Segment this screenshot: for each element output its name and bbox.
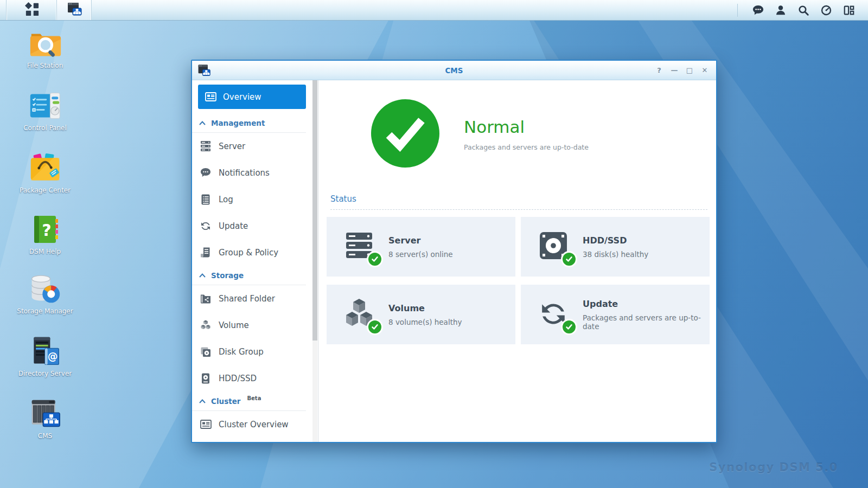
sidebar-section-storage[interactable]: Storage xyxy=(192,266,306,285)
sidebar-item-label: HDD/SSD xyxy=(219,374,257,383)
minimize-button[interactable]: — xyxy=(668,65,680,76)
status-card-update[interactable]: Update Packages and servers are up-to-da… xyxy=(521,285,710,344)
sidebar-section-management[interactable]: Management xyxy=(192,113,306,133)
desktop-icon-label: CMS xyxy=(12,432,78,440)
synology-dsm-watermark: Synology DSM 5.0 xyxy=(709,461,838,474)
desktop-icon-storage-manager[interactable]: Storage Manager xyxy=(12,273,78,316)
sidebar-scrollbar[interactable] xyxy=(312,80,317,442)
sidebar-item-notifications[interactable]: Notifications xyxy=(192,159,318,186)
dsm-help-icon: ? xyxy=(28,213,62,246)
package-center-icon xyxy=(28,152,62,184)
window-title: CMS xyxy=(192,66,716,75)
status-subtitle: Packages and servers are up-to-date xyxy=(464,143,589,151)
sidebar-scrollbar-thumb[interactable] xyxy=(312,80,317,341)
tray-divider xyxy=(737,4,738,17)
sidebar-section-cluster[interactable]: Cluster Beta xyxy=(192,391,306,411)
healthy-check-icon xyxy=(367,251,383,267)
taskbar-cms-button[interactable] xyxy=(57,0,92,20)
svg-text:?: ? xyxy=(42,221,51,240)
desktop-icon-file-station[interactable]: File Station xyxy=(12,27,78,70)
taskbar xyxy=(0,0,868,21)
beta-badge: Beta xyxy=(247,395,261,401)
chevron-up-icon xyxy=(199,273,206,278)
maximize-button[interactable]: □ xyxy=(684,65,695,76)
taskbar-spacer xyxy=(0,0,7,20)
sidebar-item-label: Notifications xyxy=(219,168,270,178)
sidebar-section-label: Management xyxy=(211,119,265,127)
cms-sidebar: Overview Management Server xyxy=(192,80,318,442)
main-menu-button[interactable] xyxy=(7,0,57,20)
status-card-server[interactable]: Server 8 server(s) online xyxy=(327,217,515,277)
chevron-up-icon xyxy=(199,121,206,125)
window-titlebar[interactable]: CMS ? — □ ✕ xyxy=(192,61,716,80)
status-title: Normal xyxy=(464,117,589,137)
cluster-overview-icon xyxy=(199,420,212,429)
widgets-icon[interactable] xyxy=(815,0,838,21)
desktop-icon-cms[interactable]: CMS xyxy=(12,397,78,440)
card-title: Update xyxy=(583,299,710,309)
sidebar-item-disk-group[interactable]: Disk Group xyxy=(192,338,318,365)
desktop-icon-label: Package Center xyxy=(12,187,78,195)
status-section-label: Status xyxy=(330,194,356,204)
log-icon xyxy=(199,194,212,205)
sidebar-item-label: Volume xyxy=(219,320,249,330)
sidebar-item-label: Server xyxy=(219,142,245,151)
disk-group-icon xyxy=(199,346,212,357)
main-menu-icon xyxy=(25,2,39,18)
sidebar-item-label: Update xyxy=(219,221,248,231)
sidebar-item-volume[interactable]: Volume xyxy=(192,312,318,338)
window-controls: ? — □ ✕ xyxy=(653,65,716,76)
sidebar-item-partial[interactable] xyxy=(192,438,318,442)
chevron-up-icon xyxy=(199,399,206,403)
sidebar-item-group-policy[interactable]: Group & Policy xyxy=(192,239,318,266)
hdd-ssd-icon xyxy=(199,373,212,384)
status-card-volume[interactable]: Volume 8 volume(s) healthy xyxy=(327,285,515,344)
status-summary: Normal Packages and servers are up-to-da… xyxy=(464,117,589,151)
desktop-icon-label: Storage Manager xyxy=(12,307,78,316)
sidebar-item-overview[interactable]: Overview xyxy=(198,85,306,109)
desktop-icon-label: Control Panel xyxy=(12,124,78,132)
healthy-check-icon xyxy=(561,319,577,335)
sidebar-item-log[interactable]: Log xyxy=(192,186,318,213)
card-text: 8 server(s) online xyxy=(388,250,453,259)
shared-folder-icon xyxy=(199,294,212,304)
healthy-check-icon xyxy=(561,251,577,267)
desktop-icon-package-center[interactable]: Package Center xyxy=(12,152,78,195)
sidebar-item-update[interactable]: Update xyxy=(192,213,318,239)
status-cards: Server 8 server(s) online xyxy=(327,217,710,344)
chat-icon[interactable] xyxy=(746,0,769,21)
server-icon xyxy=(199,141,212,151)
sidebar-item-label: Shared Folder xyxy=(219,294,275,304)
card-title: Server xyxy=(388,235,453,246)
cms-window: CMS ? — □ ✕ Overview xyxy=(191,60,717,443)
help-button[interactable]: ? xyxy=(653,65,665,76)
sidebar-item-server[interactable]: Server xyxy=(192,133,318,159)
group-policy-icon xyxy=(199,247,212,258)
sidebar-item-label: Log xyxy=(219,195,233,204)
search-icon[interactable] xyxy=(792,0,815,21)
pilot-view-icon[interactable] xyxy=(838,0,860,21)
sidebar-item-cluster-overview[interactable]: Cluster Overview xyxy=(192,411,318,438)
sidebar-item-shared-folder[interactable]: Shared Folder xyxy=(192,285,318,312)
card-title: Volume xyxy=(388,303,462,313)
healthy-check-icon xyxy=(367,319,383,335)
cms-app-icon xyxy=(66,1,82,20)
sidebar-section-label: Storage xyxy=(211,271,244,280)
status-card-hdd-ssd[interactable]: HDD/SSD 38 disk(s) healthy xyxy=(521,217,710,277)
sidebar-item-label: Cluster Overview xyxy=(219,420,289,429)
desktop-icon-dsm-help[interactable]: ? DSM Help xyxy=(12,213,78,256)
user-icon[interactable] xyxy=(769,0,792,21)
sidebar-item-hdd-ssd[interactable]: HDD/SSD xyxy=(192,365,318,391)
overview-icon xyxy=(205,92,216,101)
sidebar-item-label: Group & Policy xyxy=(219,248,278,258)
close-button[interactable]: ✕ xyxy=(699,65,711,76)
status-ok-icon xyxy=(371,99,440,168)
status-section-divider xyxy=(330,209,707,210)
desktop-icon-control-panel[interactable]: Control Panel xyxy=(12,89,78,132)
window-cms-icon xyxy=(197,63,211,78)
desktop-icon-directory-server[interactable]: @ Directory Server xyxy=(12,335,78,378)
desktop-icon-label: File Station xyxy=(12,62,78,70)
storage-manager-icon xyxy=(28,273,62,305)
directory-server-icon: @ xyxy=(28,335,62,368)
sidebar-item-label: Disk Group xyxy=(219,347,264,357)
